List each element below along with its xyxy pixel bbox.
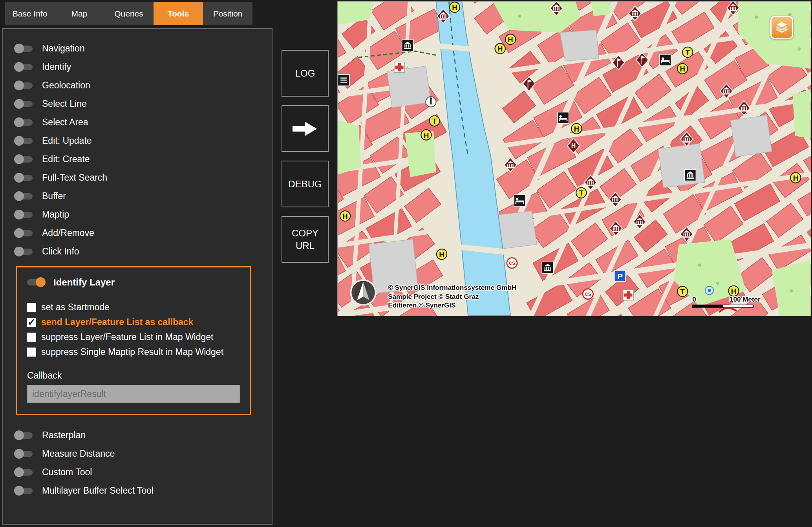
map-marker-fountain[interactable] — [705, 286, 713, 295]
map-marker-hotel[interactable]: H — [437, 249, 447, 259]
toggle-switch-multilayer-buffer-select-tool[interactable] — [15, 488, 33, 494]
map-marker-cs[interactable]: CS — [583, 289, 593, 299]
debug-button[interactable]: DEBUG — [282, 161, 329, 207]
toggle-switch-select-area[interactable] — [15, 119, 33, 126]
tool-row-add-remove: Add/Remove — [15, 224, 272, 242]
map-widget[interactable]: HHHTHTHHHHTHHCSPCSTH © SynerGIS Informat… — [337, 1, 811, 316]
svg-text:H: H — [731, 287, 736, 295]
toggle-knob — [14, 154, 24, 164]
option-send-layer-feature-list-as-callback[interactable]: send Layer/Feature List as callback — [27, 315, 240, 329]
tab-base-info[interactable]: Base Info — [5, 2, 55, 25]
map-marker-bed[interactable] — [660, 54, 671, 66]
action-buttons: LOG DEBUG COPY URL — [282, 50, 329, 263]
tool-row-select-area: Select Area — [15, 113, 272, 132]
checkbox-checked[interactable] — [27, 318, 36, 327]
checkbox-unchecked[interactable] — [27, 348, 36, 357]
map-marker-hotel[interactable]: H — [677, 64, 688, 74]
toggle-switch-measure-distance[interactable] — [15, 451, 33, 457]
checkbox-unchecked[interactable] — [27, 303, 36, 312]
map-marker-sight[interactable] — [426, 97, 436, 107]
map-marker-menu-square[interactable] — [338, 75, 349, 86]
option-set-as-startmode[interactable]: set as Startmode — [27, 300, 240, 315]
tools-panel: NavigationIdentifyGeolocationSelect Line… — [2, 28, 272, 525]
scale-zero-label: 0 — [692, 296, 696, 303]
tab-tools[interactable]: Tools — [154, 2, 203, 25]
map-marker-museum-square[interactable] — [684, 170, 696, 181]
toggle-switch-navigation[interactable] — [15, 46, 33, 52]
toggle-switch-edit-update[interactable] — [15, 138, 33, 144]
map-marker-tram[interactable]: T — [429, 116, 439, 126]
map-marker-museum-square[interactable] — [542, 262, 553, 273]
map-marker-cross[interactable] — [394, 62, 404, 72]
map-marker-hotel[interactable]: H — [790, 173, 801, 183]
toggle-switch-edit-create[interactable] — [15, 156, 33, 163]
toggle-label: Select Line — [42, 99, 87, 109]
toggle-switch-full-text-search[interactable] — [15, 175, 33, 181]
identify-layer-toggle[interactable] — [27, 279, 45, 285]
map-marker-tram[interactable]: T — [682, 47, 693, 57]
layers-button[interactable] — [770, 16, 793, 39]
identify-layer-box: Identify Layer set as Startmodesend Laye… — [16, 266, 251, 415]
toggle-knob — [14, 136, 24, 146]
svg-text:H: H — [342, 212, 347, 220]
toggle-switch-click-info[interactable] — [15, 249, 33, 255]
checkbox-unchecked[interactable] — [27, 333, 36, 342]
map-marker-hotel[interactable]: H — [421, 130, 431, 140]
svg-text:CS: CS — [585, 291, 591, 297]
svg-text:H: H — [508, 35, 513, 44]
map-marker-tram[interactable]: T — [576, 188, 586, 198]
toggle-knob — [14, 99, 24, 109]
svg-text:H: H — [439, 251, 444, 259]
map-marker-hotel[interactable]: H — [450, 2, 460, 12]
map-marker-tram[interactable]: T — [677, 286, 688, 296]
toggle-knob — [36, 277, 46, 287]
option-suppress-single-maptip-result-in-map-widget[interactable]: suppress Single Maptip Result in Map Wid… — [27, 344, 240, 359]
log-button[interactable]: LOG — [282, 50, 329, 97]
toggle-knob — [14, 210, 24, 220]
toggle-knob — [14, 467, 24, 477]
scale-distance-label: 100 Meter — [730, 296, 761, 303]
toggle-switch-identify[interactable] — [15, 64, 33, 70]
map-marker-hotel[interactable]: H — [340, 211, 350, 221]
toggle-label: Maptip — [42, 209, 69, 220]
tab-queries[interactable]: Queries — [104, 2, 154, 25]
forward-button[interactable] — [282, 105, 329, 152]
copy-url-button[interactable]: COPY URL — [282, 216, 329, 263]
svg-text:T: T — [680, 287, 685, 296]
tool-row-click-info: Click Info — [15, 242, 272, 261]
toggle-knob — [14, 44, 24, 53]
map-marker-bed[interactable] — [558, 112, 569, 124]
tool-row-edit-create: Edit: Create — [15, 150, 272, 168]
toggle-list-top: NavigationIdentifyGeolocationSelect Line… — [15, 39, 272, 261]
toggle-switch-select-line[interactable] — [15, 101, 33, 107]
tab-bar: Base Info Map Queries Tools Position — [5, 2, 252, 25]
option-suppress-layer-feature-list-in-map-widget[interactable]: suppress Layer/Feature List in Map Widge… — [27, 329, 240, 344]
toggle-knob — [14, 247, 24, 256]
map-marker-cross[interactable] — [623, 290, 633, 300]
toggle-switch-custom-tool[interactable] — [15, 469, 33, 476]
map-marker-hotel[interactable]: H — [505, 34, 516, 44]
map-marker-parking[interactable]: P — [614, 270, 625, 282]
map-marker-museum-square[interactable] — [402, 40, 413, 51]
attribution-line-3: Editieren © SynerGIS — [388, 302, 455, 309]
tab-position[interactable]: Position — [203, 2, 252, 25]
toggle-switch-rasterplan[interactable] — [15, 432, 33, 439]
map-marker-hotel[interactable]: H — [495, 44, 505, 54]
toggle-list-bottom: RasterplanMeasure DistanceCustom ToolMul… — [15, 426, 272, 500]
toggle-switch-buffer[interactable] — [15, 193, 33, 199]
map-marker-hotel[interactable]: H — [728, 286, 739, 296]
tool-row-select-line: Select Line — [15, 95, 272, 113]
toggle-switch-add-remove[interactable] — [15, 230, 33, 236]
identify-layer-options: set as Startmodesend Layer/Feature List … — [27, 300, 240, 359]
svg-text:T: T — [686, 48, 690, 57]
toggle-switch-geolocation[interactable] — [15, 82, 33, 89]
map-marker-cs[interactable]: CS — [507, 258, 517, 268]
callback-input[interactable] — [27, 385, 240, 403]
map-marker-hotel[interactable]: H — [571, 124, 582, 134]
identify-layer-header: Identify Layer — [27, 277, 240, 288]
tab-map[interactable]: Map — [55, 2, 104, 25]
map-canvas[interactable]: HHHTHTHHHHTHHCSPCSTH © SynerGIS Informat… — [338, 2, 811, 316]
option-label: send Layer/Feature List as callback — [41, 317, 193, 327]
toggle-switch-maptip[interactable] — [15, 212, 33, 218]
map-marker-bed[interactable] — [514, 195, 525, 206]
